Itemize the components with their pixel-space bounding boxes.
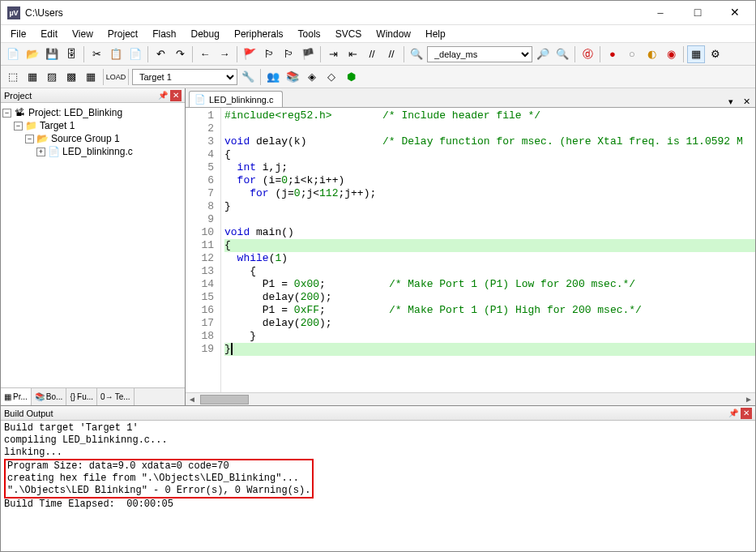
- redo-icon[interactable]: ↷: [171, 45, 189, 63]
- translate-icon[interactable]: ⬚: [4, 68, 22, 86]
- menu-help[interactable]: Help: [419, 27, 452, 41]
- app-icon: µV: [7, 6, 20, 19]
- tree-project-root[interactable]: − 📽 Project: LED_Blinking: [2, 106, 183, 119]
- build-output-text[interactable]: Build target 'Target 1' compiling LED_bl…: [1, 421, 755, 551]
- menu-tools[interactable]: Tools: [292, 27, 327, 41]
- pack-installer-icon[interactable]: ⬢: [342, 68, 360, 86]
- window-layout-icon[interactable]: ▦: [687, 45, 705, 63]
- project-icon: 📽: [13, 107, 26, 118]
- tab-close-icon[interactable]: ✕: [738, 96, 755, 107]
- scroll-right-icon[interactable]: ►: [742, 395, 755, 404]
- tree-group[interactable]: − 📂 Source Group 1: [2, 132, 183, 145]
- expand-icon[interactable]: −: [2, 109, 11, 118]
- bookmark-icon[interactable]: 🚩: [241, 45, 258, 63]
- paste-icon[interactable]: 📄: [126, 45, 144, 63]
- expand-icon[interactable]: +: [36, 148, 45, 156]
- tree-file[interactable]: + 📄 LED_blinkinng.c: [2, 145, 183, 158]
- breakpoint-enable-icon[interactable]: ○: [623, 45, 641, 63]
- project-tab[interactable]: ▦Pr...: [1, 388, 32, 405]
- find-icon[interactable]: 🔍: [408, 45, 425, 63]
- outdent-icon[interactable]: ⇤: [344, 45, 361, 63]
- manage-project-icon[interactable]: 👥: [264, 68, 282, 86]
- target-select[interactable]: Target 1: [132, 69, 237, 85]
- pin-icon[interactable]: 📌: [157, 90, 169, 101]
- highlighted-output: Program Size: data=9.0 xdata=0 code=70 c…: [4, 459, 314, 499]
- bookmark-clear-icon[interactable]: 🏴: [299, 45, 317, 63]
- manage-rte-icon[interactable]: ◈: [303, 68, 321, 86]
- menu-project[interactable]: Project: [101, 27, 144, 41]
- save-icon[interactable]: 💾: [43, 45, 61, 63]
- panel-close-icon[interactable]: ✕: [170, 90, 182, 101]
- panel-close-icon[interactable]: ✕: [741, 408, 752, 419]
- nav-back-icon[interactable]: ←: [196, 45, 214, 63]
- horizontal-scrollbar[interactable]: ◄ ►: [186, 392, 755, 405]
- editor-tab-label: LED_blinkinng.c: [209, 95, 274, 105]
- select-pack-icon[interactable]: ◇: [322, 68, 340, 86]
- bookmark-next-icon[interactable]: 🏳: [280, 45, 297, 63]
- build-icon[interactable]: ▦: [23, 68, 41, 86]
- functions-tab[interactable]: {}Fu...: [66, 388, 97, 405]
- maximize-button[interactable]: □: [679, 1, 716, 25]
- scroll-thumb[interactable]: [200, 395, 249, 404]
- line-gutter: 12345678910111213141516171819: [186, 108, 221, 392]
- code-editor[interactable]: 12345678910111213141516171819 #include<r…: [186, 108, 755, 392]
- window-title: C:\Users: [25, 7, 642, 19]
- expand-icon[interactable]: −: [14, 122, 23, 131]
- download-icon[interactable]: LOAD: [107, 68, 125, 86]
- menu-peripherals[interactable]: Peripherals: [228, 27, 290, 41]
- folder-open-icon: 📂: [36, 133, 49, 144]
- tab-dropdown-icon[interactable]: ▾: [724, 96, 738, 107]
- menu-flash[interactable]: Flash: [146, 27, 182, 41]
- minimize-button[interactable]: –: [642, 1, 679, 25]
- debug-icon[interactable]: ⓓ: [579, 45, 596, 63]
- cut-icon[interactable]: ✂: [88, 45, 105, 63]
- save-all-icon[interactable]: 🗄: [62, 45, 80, 63]
- code-content[interactable]: #include<reg52.h> /* Include header file…: [221, 108, 755, 392]
- pin-icon[interactable]: 📌: [728, 408, 739, 419]
- menu-view[interactable]: View: [66, 27, 100, 41]
- books-tab[interactable]: 📚Bo...: [32, 388, 67, 405]
- bookmark-prev-icon[interactable]: 🏳: [260, 45, 278, 63]
- project-panel-title: Project: [4, 91, 32, 101]
- nav-forward-icon[interactable]: →: [216, 45, 233, 63]
- multi-project-icon[interactable]: 📚: [284, 68, 301, 86]
- find-combo[interactable]: _delay_ms: [427, 46, 532, 62]
- breakpoint-disable-icon[interactable]: ◐: [643, 45, 660, 63]
- menu-file[interactable]: File: [4, 27, 32, 41]
- tree-label: Target 1: [40, 120, 75, 131]
- menu-debug[interactable]: Debug: [185, 27, 226, 41]
- copy-icon[interactable]: 📋: [107, 45, 125, 63]
- uncomment-icon[interactable]: //: [382, 45, 400, 63]
- menu-edit[interactable]: Edit: [34, 27, 64, 41]
- menu-window[interactable]: Window: [369, 27, 417, 41]
- find-in-files-icon[interactable]: 🔎: [534, 45, 552, 63]
- scroll-left-icon[interactable]: ◄: [186, 395, 199, 404]
- editor-tabstrip: 📄 LED_blinkinng.c ▾ ✕: [186, 88, 755, 108]
- config-icon[interactable]: ⚙: [707, 45, 724, 63]
- menubar: FileEditViewProjectFlashDebugPeripherals…: [1, 25, 755, 43]
- editor-area: 📄 LED_blinkinng.c ▾ ✕ 123456789101112131…: [186, 88, 755, 405]
- rebuild-icon[interactable]: ▨: [43, 68, 61, 86]
- incremental-find-icon[interactable]: 🔍: [553, 45, 571, 63]
- undo-icon[interactable]: ↶: [152, 45, 169, 63]
- menu-svcs[interactable]: SVCS: [329, 27, 369, 41]
- editor-tab[interactable]: 📄 LED_blinkinng.c: [189, 91, 283, 107]
- open-file-icon[interactable]: 📂: [23, 45, 41, 63]
- tree-label: Project: LED_Blinking: [28, 107, 122, 118]
- breakpoint-kill-icon[interactable]: ◉: [662, 45, 680, 63]
- comment-icon[interactable]: //: [363, 45, 381, 63]
- project-tree[interactable]: − 📽 Project: LED_Blinking − 📁 Target 1 −…: [1, 103, 185, 387]
- file-icon: 📄: [194, 94, 206, 105]
- stop-build-icon[interactable]: ▦: [82, 68, 100, 86]
- titlebar: µV C:\Users – □ ✕: [1, 1, 755, 25]
- expand-icon[interactable]: −: [25, 135, 34, 143]
- batch-build-icon[interactable]: ▩: [62, 68, 80, 86]
- close-button[interactable]: ✕: [716, 1, 754, 25]
- tree-target[interactable]: − 📁 Target 1: [2, 119, 183, 132]
- breakpoint-insert-icon[interactable]: ●: [604, 45, 621, 63]
- target-options-icon[interactable]: 🔧: [239, 68, 257, 86]
- indent-icon[interactable]: ⇥: [324, 45, 342, 63]
- new-file-icon[interactable]: 📄: [4, 45, 22, 63]
- build-toolbar: ⬚ ▦ ▨ ▩ ▦ LOAD Target 1 🔧 👥 📚 ◈ ◇ ⬢: [1, 66, 755, 88]
- templates-tab[interactable]: 0→Te...: [97, 388, 134, 405]
